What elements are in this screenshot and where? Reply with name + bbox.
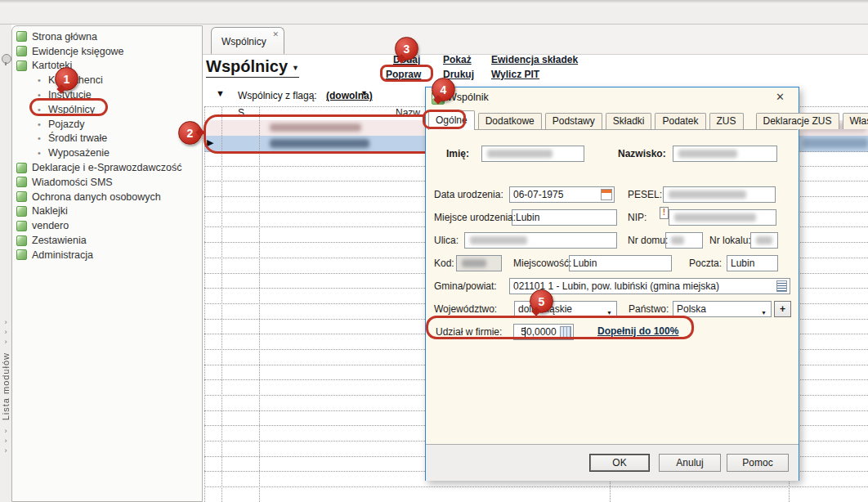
pesel-input[interactable] [663,186,776,203]
grid-line [259,106,260,502]
dialog-tab-strip: OgólneDodatkowePodstawySkładkiPodatekZUS… [428,110,798,130]
annotation-outline-udzial [426,316,694,339]
sidebar-item-label: Administracja [32,249,93,261]
sidebar-item-administracja[interactable]: Administracja [12,248,202,262]
redacted-cell-2 [803,138,868,148]
street-input[interactable] [464,232,617,249]
dialog-tab-2[interactable]: Dodatkowe [478,113,542,129]
home-icon [16,31,27,42]
collapse-triangle-icon[interactable] [216,88,225,98]
ok-button[interactable]: OK [589,454,650,472]
sidebar-item-label: Ochrona danych osobowych [32,191,161,203]
sidebar-item-strona-glowna[interactable]: Strona główna [12,29,202,44]
redacted-value [756,236,772,244]
card-index-icon [16,61,27,71]
dialog-tab-4[interactable]: Składki [606,113,652,129]
module-strip-label: Lista modułów [1,352,11,420]
chevron-right-icon [5,427,7,435]
chevron-right-icon [5,437,7,445]
sidebar-item-kartoteki[interactable]: Kartoteki [12,59,202,74]
sidebar-item-srodki-trwale[interactable]: Środki trwałe [12,132,202,146]
bullet-icon [38,148,44,158]
sidebar-item-kontrahenci[interactable]: Kontrahenci [12,73,202,87]
sidebar-item-label: Naklejki [32,205,68,217]
help-button[interactable]: Pomoc [727,454,789,472]
first-name-input[interactable] [481,146,584,162]
lookup-list-icon[interactable] [776,280,787,292]
chevron-right-icon [5,446,7,455]
redacted-value [678,150,737,158]
sidebar-item-pojazdy[interactable]: Pojazdy [12,117,202,132]
dialog-button-bar: OK Anuluj Pomoc [426,444,799,481]
show-link[interactable]: Pokaż [443,54,472,65]
dialog-tab-3[interactable]: Podstawy [545,113,602,129]
annotation-outline-popraw [380,65,433,82]
tab-label: Wspólnicy [221,36,266,47]
sidebar-item-wyposazenie[interactable]: Wyposażenie [12,146,202,160]
city-input[interactable]: Lubin [569,255,672,271]
pesel-label: PESEL: [628,189,662,200]
sidebar-item-vendero[interactable]: vendero [12,218,202,233]
bullet-icon [38,119,44,129]
calculate-pit-link[interactable]: Wylicz PIT [491,69,539,80]
annotation-badge-4: 4 [432,78,455,101]
apartment-number-input[interactable] [750,232,778,249]
sidebar-item-ochrona-danych-osobowych[interactable]: Ochrona danych osobowych [12,190,202,204]
commune-input[interactable]: 021101 1 - Lubin, pow. lubiński (gmina m… [509,278,790,294]
dialog-tab-8[interactable]: Własne [843,113,868,129]
postal-code-input[interactable] [456,255,502,271]
contributions-register-link[interactable]: Ewidencja składek [491,54,578,65]
first-name-label: Imię: [446,148,469,159]
tab-close-icon[interactable]: ✕ [272,30,279,38]
commune-label: Gmina/powiat: [434,280,497,292]
add-country-button[interactable]: + [774,301,791,317]
collapsed-module-strip[interactable]: Lista modułów [0,24,11,502]
sidebar-item-deklaracje-e-sprawozdawczosc[interactable]: Deklaracje i e-Sprawozdawczość [12,160,202,175]
redacted-value [470,236,527,244]
warning-icon [660,207,669,219]
annotation-outline-ogolne [423,110,466,129]
sidebar-item-naklejki[interactable]: Naklejki [12,204,202,219]
calendar-icon[interactable] [601,189,612,200]
sidebar-item-wiadomosci-sms[interactable]: Wiadomości SMS [12,175,202,190]
stickers-icon [16,206,27,217]
sidebar-list: Strona głównaEwidencje księgoweKartoteki… [12,29,202,262]
nip-input[interactable] [669,209,776,226]
declarations-icon [16,163,27,173]
admin-icon [16,249,27,260]
flag-filter-label: Wspólnicy z flagą: [238,90,317,101]
dialog-tab-5[interactable]: Podatek [655,113,705,129]
flag-filter-caret-icon[interactable] [360,89,368,97]
pushpin-icon[interactable] [2,54,11,64]
birth-date-input[interactable]: 06-07-1975 [509,186,615,203]
redacted-value [487,150,553,158]
table-row-empty[interactable] [204,487,868,502]
dialog-tab-6[interactable]: ZUS [709,113,744,129]
module-sidebar: Strona głównaEwidencje księgoweKartoteki… [11,25,203,502]
privacy-icon [16,191,27,202]
birth-place-input[interactable]: Lubin [512,209,617,226]
bullet-icon [38,133,44,143]
dialog-tab-7[interactable]: Deklaracje ZUS [756,113,839,129]
annotation-badge-5: 5 [530,289,553,313]
sidebar-item-label: Zestawienia [32,235,87,246]
page-title-menu[interactable]: Wspólnicy [206,57,299,78]
nip-label: NIP: [628,212,647,223]
sidebar-item-zestawienia[interactable]: Zestawienia [12,233,202,248]
sidebar-item-ewidencje-ksiegowe[interactable]: Ewidencje księgowe [12,44,202,59]
redacted-value [674,213,756,222]
house-number-input[interactable] [665,232,703,249]
module-strip-label-group[interactable]: Lista modułów [0,318,11,498]
post-office-input[interactable]: Lubin [727,255,778,271]
last-name-input[interactable] [673,146,777,162]
cancel-button[interactable]: Anuluj [659,454,721,472]
annotation-badge-2: 2 [178,121,202,145]
wspolnik-dialog: Wspólnik ✕ OgólneDodatkowePodstawySkładk… [425,87,799,481]
dropdown-caret-icon [761,306,767,317]
dialog-close-icon[interactable]: ✕ [776,91,785,103]
tab-wspolnicy[interactable]: Wspólnicy ✕ [211,27,284,54]
country-select[interactable]: Polska [673,301,772,317]
annotation-badge-1: 1 [55,67,78,91]
tab-strip [203,24,868,54]
birth-date-label: Data urodzenia: [434,189,503,200]
